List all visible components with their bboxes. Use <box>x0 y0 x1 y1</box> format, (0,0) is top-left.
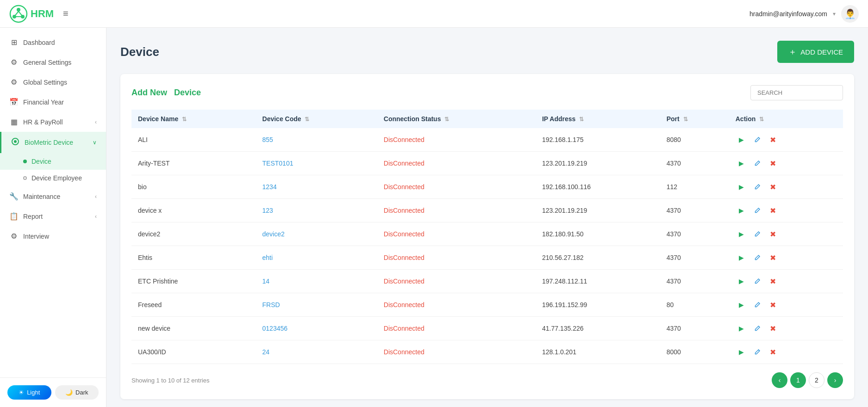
cell-action-0: ▶ ✖ <box>729 128 843 152</box>
edit-button-8[interactable] <box>751 322 763 334</box>
maintenance-arrow: ‹ <box>95 193 97 200</box>
moon-icon: 🌙 <box>65 389 73 396</box>
cell-port-5: 4370 <box>660 246 729 270</box>
delete-button-9[interactable]: ✖ <box>767 346 779 358</box>
sort-icon-port[interactable]: ⇅ <box>683 116 688 123</box>
play-button-3[interactable]: ▶ <box>736 204 748 216</box>
sidebar-item-interview[interactable]: ⚙ Interview <box>0 226 106 246</box>
sidebar-label-maintenance: Maintenance <box>23 193 90 200</box>
cell-code-9: 24 <box>256 340 377 364</box>
play-button-6[interactable]: ▶ <box>736 275 748 287</box>
cell-ip-7: 196.191.152.99 <box>536 293 660 317</box>
card-header: Add New Device <box>131 85 843 100</box>
user-email: hradmin@arityinfoway.com <box>749 10 827 18</box>
logo: HRM <box>9 5 54 23</box>
edit-button-3[interactable] <box>751 204 763 216</box>
edit-button-5[interactable] <box>751 252 763 264</box>
cell-action-8: ▶ ✖ <box>729 317 843 340</box>
cell-name-1: Arity-TEST <box>131 152 256 175</box>
edit-button-9[interactable] <box>751 346 763 358</box>
edit-button-2[interactable] <box>751 181 763 193</box>
sidebar-item-dashboard[interactable]: ⊞ Dashboard <box>0 32 106 52</box>
sidebar-subitem-device[interactable]: Device <box>0 153 106 170</box>
cell-port-4: 4370 <box>660 222 729 246</box>
device-employee-dot <box>23 176 27 180</box>
cell-code-7: FRSD <box>256 293 377 317</box>
delete-button-4[interactable]: ✖ <box>767 228 779 240</box>
page-2-button[interactable]: 2 <box>809 372 824 388</box>
cell-status-4: DisConnected <box>377 222 536 246</box>
sidebar-label-interview: Interview <box>23 233 97 240</box>
play-button-1[interactable]: ▶ <box>736 157 748 169</box>
delete-button-7[interactable]: ✖ <box>767 299 779 311</box>
edit-button-0[interactable] <box>751 134 763 146</box>
cell-status-9: DisConnected <box>377 340 536 364</box>
device-table: Device Name ⇅ Device Code ⇅ Connection S… <box>131 110 843 364</box>
next-page-button[interactable]: › <box>827 372 843 388</box>
sidebar-item-global-settings[interactable]: ⚙ Global Settings <box>0 72 106 92</box>
play-button-7[interactable]: ▶ <box>736 299 748 311</box>
add-device-button[interactable]: ＋ ADD DEVICE <box>777 41 854 63</box>
svg-line-4 <box>15 11 19 15</box>
search-input[interactable] <box>750 85 843 100</box>
sidebar-item-biometric-device[interactable]: BioMetric Device ∨ <box>0 132 106 153</box>
sidebar-subitem-device-employee[interactable]: Device Employee <box>0 170 106 186</box>
play-button-2[interactable]: ▶ <box>736 181 748 193</box>
delete-button-6[interactable]: ✖ <box>767 275 779 287</box>
light-theme-button[interactable]: ☀ Light <box>7 385 51 400</box>
table-row: new device 0123456 DisConnected 41.77.13… <box>131 317 843 340</box>
logo-text: HRM <box>31 8 54 20</box>
prev-page-button[interactable]: ‹ <box>772 372 787 388</box>
delete-button-0[interactable]: ✖ <box>767 134 779 146</box>
cell-status-2: DisConnected <box>377 175 536 199</box>
sidebar-item-report[interactable]: 📋 Report ‹ <box>0 206 106 226</box>
play-button-9[interactable]: ▶ <box>736 346 748 358</box>
play-button-4[interactable]: ▶ <box>736 228 748 240</box>
sort-icon-ip[interactable]: ⇅ <box>579 116 584 123</box>
dark-theme-button[interactable]: 🌙 Dark <box>55 385 99 400</box>
sort-icon-code[interactable]: ⇅ <box>305 116 309 123</box>
device-dot <box>23 160 27 163</box>
edit-button-7[interactable] <box>751 299 763 311</box>
col-ip-address: IP Address ⇅ <box>536 110 660 128</box>
sidebar-item-general-settings[interactable]: ⚙ General Settings <box>0 52 106 72</box>
edit-button-4[interactable] <box>751 228 763 240</box>
cell-ip-4: 182.180.91.50 <box>536 222 660 246</box>
table-row: Ehtis ehti DisConnected 210.56.27.182 43… <box>131 246 843 270</box>
hamburger-button[interactable]: ≡ <box>59 6 72 21</box>
sort-icon-status[interactable]: ⇅ <box>444 116 449 123</box>
cell-port-0: 8080 <box>660 128 729 152</box>
table-header-row: Device Name ⇅ Device Code ⇅ Connection S… <box>131 110 843 128</box>
sidebar-item-financial-year[interactable]: 📅 Financial Year <box>0 92 106 112</box>
table-row: UA300/ID 24 DisConnected 128.1.0.201 800… <box>131 340 843 364</box>
delete-button-3[interactable]: ✖ <box>767 204 779 216</box>
play-button-0[interactable]: ▶ <box>736 134 748 146</box>
play-button-5[interactable]: ▶ <box>736 252 748 264</box>
sort-icon-action[interactable]: ⇅ <box>759 116 764 123</box>
card-title-static: Add New <box>131 88 167 97</box>
sort-icon-name[interactable]: ⇅ <box>182 116 187 123</box>
cell-code-5: ehti <box>256 246 377 270</box>
svg-point-1 <box>17 8 20 12</box>
edit-button-6[interactable] <box>751 275 763 287</box>
sidebar-label-hr-payroll: HR & PayRoll <box>23 118 90 126</box>
cell-name-0: ALI <box>131 128 256 152</box>
sidebar-sublabel-device-employee: Device Employee <box>31 174 82 182</box>
page-1-button[interactable]: 1 <box>790 372 806 388</box>
delete-button-8[interactable]: ✖ <box>767 322 779 334</box>
cell-port-9: 8000 <box>660 340 729 364</box>
delete-button-2[interactable]: ✖ <box>767 181 779 193</box>
cell-status-6: DisConnected <box>377 270 536 293</box>
cell-name-3: device x <box>131 199 256 222</box>
sidebar-item-hr-payroll[interactable]: ▦ HR & PayRoll ‹ <box>0 112 106 132</box>
edit-button-1[interactable] <box>751 157 763 169</box>
play-button-8[interactable]: ▶ <box>736 322 748 334</box>
cell-action-6: ▶ ✖ <box>729 270 843 293</box>
sidebar-item-maintenance[interactable]: 🔧 Maintenance ‹ <box>0 186 106 206</box>
delete-button-5[interactable]: ✖ <box>767 252 779 264</box>
cell-ip-6: 197.248.112.11 <box>536 270 660 293</box>
cell-port-3: 4370 <box>660 199 729 222</box>
table-row: Freseed FRSD DisConnected 196.191.152.99… <box>131 293 843 317</box>
user-dropdown-arrow[interactable]: ▾ <box>833 11 836 17</box>
delete-button-1[interactable]: ✖ <box>767 157 779 169</box>
